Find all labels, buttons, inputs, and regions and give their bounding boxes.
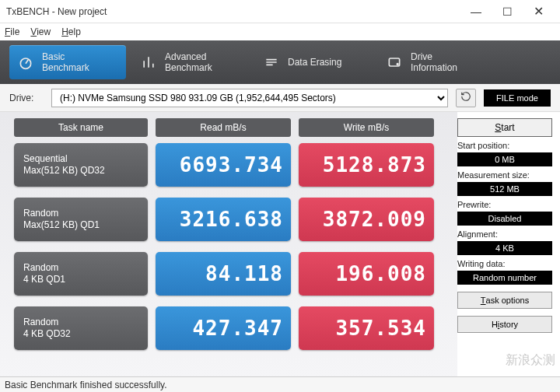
result-row: Random4 KB QD32 427.347 357.534: [14, 306, 450, 350]
tab-label: Basic: [42, 51, 65, 62]
bars-icon: [140, 54, 157, 71]
menu-file[interactable]: File: [5, 26, 19, 37]
writing-data-value[interactable]: Random number: [457, 271, 552, 285]
task-cell[interactable]: Random4 KB QD1: [14, 252, 148, 296]
alignment-label: Alignment:: [457, 229, 552, 239]
gauge-icon: [17, 54, 34, 71]
tab-label: Drive: [411, 51, 432, 62]
measurement-size-value[interactable]: 512 MB: [457, 182, 552, 196]
tab-data-erasing[interactable]: Data Erasing: [255, 45, 372, 79]
read-value[interactable]: 6693.734: [156, 143, 291, 187]
maximize-button[interactable]: ☐: [492, 1, 523, 23]
refresh-icon: [460, 91, 471, 104]
read-value[interactable]: 427.347: [156, 306, 291, 350]
tab-label: Benchmark: [42, 62, 89, 73]
history-button[interactable]: History: [457, 316, 552, 333]
col-task: Task name: [14, 118, 148, 137]
status-text: Basic Benchmark finished successfully.: [5, 380, 167, 390]
col-write: Write mB/s: [299, 118, 434, 137]
window-title: TxBENCH - New project: [6, 6, 460, 17]
tab-advanced-benchmark[interactable]: AdvancedBenchmark: [132, 45, 249, 79]
task-options-button[interactable]: Task options: [457, 292, 552, 309]
svg-point-0: [20, 58, 30, 68]
tab-drive-information[interactable]: DriveInformation: [378, 45, 495, 79]
write-value[interactable]: 3872.009: [299, 198, 434, 241]
tabbar: BasicBenchmark AdvancedBenchmark Data Er…: [0, 40, 560, 84]
result-row: Random4 KB QD1 84.118 196.008: [14, 252, 450, 296]
header-row: Task name Read mB/s Write mB/s: [14, 118, 450, 137]
write-value[interactable]: 5128.873: [299, 143, 434, 187]
svg-point-2: [397, 64, 398, 65]
start-position-value[interactable]: 0 MB: [457, 152, 552, 166]
tab-basic-benchmark[interactable]: BasicBenchmark: [9, 45, 126, 79]
tab-label: Information: [411, 62, 457, 73]
write-value[interactable]: 196.008: [299, 252, 434, 296]
measurement-size-label: Measurement size:: [457, 170, 552, 180]
prewrite-value[interactable]: Disabled: [457, 212, 552, 226]
drive-icon: [386, 54, 403, 71]
tab-label: Data Erasing: [288, 57, 341, 68]
task-cell[interactable]: SequentialMax(512 KB) QD32: [14, 143, 148, 187]
task-cell[interactable]: Random4 KB QD32: [14, 306, 148, 350]
start-button[interactable]: Start: [457, 118, 552, 137]
file-mode-button[interactable]: FILE mode: [484, 89, 551, 107]
menu-view[interactable]: View: [30, 26, 51, 37]
drive-label: Drive:: [9, 93, 44, 103]
minimize-button[interactable]: —: [460, 1, 492, 23]
menu-help[interactable]: Help: [61, 26, 81, 37]
drive-row: Drive: (H:) NVMe Samsung SSD 980 931.09 …: [0, 84, 560, 112]
read-value[interactable]: 84.118: [156, 252, 291, 296]
refresh-button[interactable]: [456, 89, 476, 107]
alignment-value[interactable]: 4 KB: [457, 241, 552, 255]
col-read: Read mB/s: [156, 118, 291, 137]
writing-data-label: Writing data:: [457, 259, 552, 268]
results-panel: Task name Read mB/s Write mB/s Sequentia…: [0, 112, 457, 376]
work-area: Task name Read mB/s Write mB/s Sequentia…: [0, 112, 560, 376]
titlebar: TxBENCH - New project — ☐ ✕: [0, 0, 560, 23]
result-row: RandomMax(512 KB) QD1 3216.638 3872.009: [14, 198, 450, 241]
task-cell[interactable]: RandomMax(512 KB) QD1: [14, 198, 148, 241]
side-panel: Start Start position: 0 MB Measurement s…: [457, 112, 560, 376]
status-bar: Basic Benchmark finished successfully.: [0, 376, 560, 392]
menubar: File View Help: [0, 23, 560, 40]
start-position-label: Start position:: [457, 141, 552, 150]
tab-label: Advanced: [165, 51, 206, 62]
read-value[interactable]: 3216.638: [156, 198, 291, 241]
tab-label: Benchmark: [165, 62, 212, 73]
result-row: SequentialMax(512 KB) QD32 6693.734 5128…: [14, 143, 450, 187]
prewrite-label: Prewrite:: [457, 200, 552, 209]
erase-icon: [263, 54, 280, 71]
write-value[interactable]: 357.534: [299, 306, 434, 350]
drive-select[interactable]: (H:) NVMe Samsung SSD 980 931.09 GB (1,9…: [51, 89, 448, 107]
close-button[interactable]: ✕: [523, 1, 554, 23]
